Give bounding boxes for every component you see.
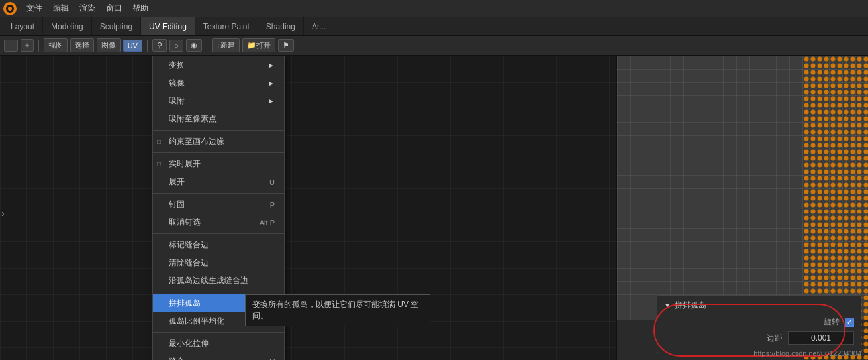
margin-row: 边距 — [664, 331, 854, 345]
sep2 — [147, 40, 148, 52]
tooltip-text: 变换所有的孤岛，以便让它们尽可能填满 UV 空间。 — [252, 300, 418, 320]
tooltip-box: 变换所有的孤岛，以便让它们尽可能填满 UV 空间。 — [245, 294, 430, 326]
menu-item-clear-seam[interactable]: 清除缝合边 — [153, 254, 284, 272]
menu-item-mirror[interactable]: 镜像 ► — [153, 74, 284, 92]
side-collapse-arrow[interactable]: › — [1, 208, 5, 219]
pivot-btn[interactable]: ○ — [169, 40, 183, 52]
menu-item-transform[interactable]: 变换 ► — [153, 56, 284, 74]
shortcut-label: V — [270, 358, 275, 361]
panel-title: 拼排孤岛 — [675, 300, 706, 311]
tab-sculpting[interactable]: Sculpting — [92, 17, 141, 35]
arrow-icon: ► — [268, 80, 275, 87]
menu-edit[interactable]: 编辑 — [48, 0, 74, 17]
transform-btn[interactable]: ⌖ — [21, 39, 34, 52]
menu-item-mark-seam[interactable]: 标记缝合边 — [153, 236, 284, 254]
workspace-tabs: Layout Modeling Sculpting UV Editing Tex… — [0, 17, 868, 36]
menu-item-unpin[interactable]: 取消钉选 Alt P — [153, 213, 284, 231]
menu-item-snap[interactable]: 吸附 ► — [153, 92, 284, 110]
main-area: › 变换 ► 镜像 ► 吸附 ► 吸附至像素点 □ 约束至画布边缘 — [0, 56, 868, 360]
svg-point-2 — [8, 7, 12, 11]
pack-islands-panel: ▼ 拼排孤岛 旋转 ✓ 边距 — [657, 295, 861, 353]
menu-item-stitch[interactable]: 缝合 V — [153, 353, 284, 360]
proportional-btn[interactable]: ◉ — [186, 39, 202, 52]
url-text: https://blog.csdn.net/u012204304 — [753, 349, 861, 357]
view-menu-btn[interactable]: 视图 — [44, 38, 68, 52]
sep-b — [153, 152, 284, 153]
rotate-checkbox[interactable]: ✓ — [845, 318, 854, 327]
checkmark-icon: ✓ — [847, 318, 852, 326]
right-uv-panel: ⊕ ▼ 拼排孤岛 旋转 ✓ 边距 https://blog.csdn.net/u… — [616, 56, 868, 360]
arrow-icon: ► — [268, 62, 275, 69]
shortcut-label: Alt P — [260, 219, 275, 227]
menu-item-unwrap[interactable]: 展开 U — [153, 173, 284, 191]
menu-item-snap-pixel[interactable]: 吸附至像素点 — [153, 110, 284, 128]
select-mode-btn[interactable]: □ — [4, 40, 18, 52]
magnet-btn[interactable]: ⚲ — [152, 39, 167, 52]
menu-item-minimize-stretch[interactable]: 最小化拉伸 — [153, 335, 284, 353]
panel-header: ▼ 拼排孤岛 — [664, 300, 854, 311]
sep-f — [153, 332, 284, 333]
shortcut-label: P — [270, 201, 275, 209]
arrow-icon: ► — [268, 97, 275, 105]
tab-animation[interactable]: Ar... — [304, 17, 334, 35]
margin-label: 边距 — [767, 333, 783, 344]
uv-menu-btn[interactable]: UV — [123, 40, 142, 52]
menu-item-constrain-bounds[interactable]: □ 约束至画布边缘 — [153, 133, 284, 150]
top-menubar: 文件 编辑 渲染 窗口 帮助 — [0, 0, 868, 17]
tab-layout[interactable]: Layout — [3, 17, 43, 35]
tab-shading[interactable]: Shading — [258, 17, 304, 35]
menu-window[interactable]: 窗口 — [101, 0, 127, 17]
pin-btn[interactable]: ⚑ — [278, 39, 294, 52]
collapse-triangle-icon[interactable]: ▼ — [664, 302, 671, 309]
rotate-row: 旋转 ✓ — [664, 316, 854, 328]
uv-editor-panel: › 变换 ► 镜像 ► 吸附 ► 吸附至像素点 □ 约束至画布边缘 — [0, 56, 616, 360]
toolbar-row: □ ⌖ 视图 选择 图像 UV ⚲ ○ ◉ + 新建 📁 打开 ⚑ — [0, 36, 868, 56]
margin-input[interactable] — [788, 331, 854, 345]
tab-modeling[interactable]: Modeling — [43, 17, 92, 35]
sep-d — [153, 233, 284, 234]
sep3 — [207, 40, 207, 52]
checkbox-icon: □ — [157, 160, 161, 168]
new-btn[interactable]: + 新建 — [212, 38, 240, 52]
select-menu-btn[interactable]: 选择 — [70, 38, 94, 52]
tab-uv-editing[interactable]: UV Editing — [141, 17, 195, 35]
tab-texture-paint[interactable]: Texture Paint — [195, 17, 258, 35]
menu-item-live-unwrap[interactable]: □ 实时展开 — [153, 155, 284, 173]
sep-c — [153, 193, 284, 194]
menu-item-pin[interactable]: 钉固 P — [153, 196, 284, 213]
image-menu-btn[interactable]: 图像 — [97, 38, 121, 52]
sep1 — [38, 40, 39, 52]
menu-render[interactable]: 渲染 — [74, 0, 101, 17]
sep-e — [153, 292, 284, 292]
sep-a — [153, 130, 284, 131]
checkbox-icon: □ — [157, 138, 161, 145]
menu-item-seam-from-islands[interactable]: 沿孤岛边线生成缝合边 — [153, 272, 284, 290]
menu-help[interactable]: 帮助 — [127, 0, 154, 17]
open-btn[interactable]: 📁 打开 — [242, 38, 275, 52]
menu-file[interactable]: 文件 — [21, 0, 48, 17]
shortcut-label: U — [269, 178, 275, 186]
rotate-label: 旋转 — [824, 316, 840, 328]
blender-logo-icon — [3, 1, 17, 16]
